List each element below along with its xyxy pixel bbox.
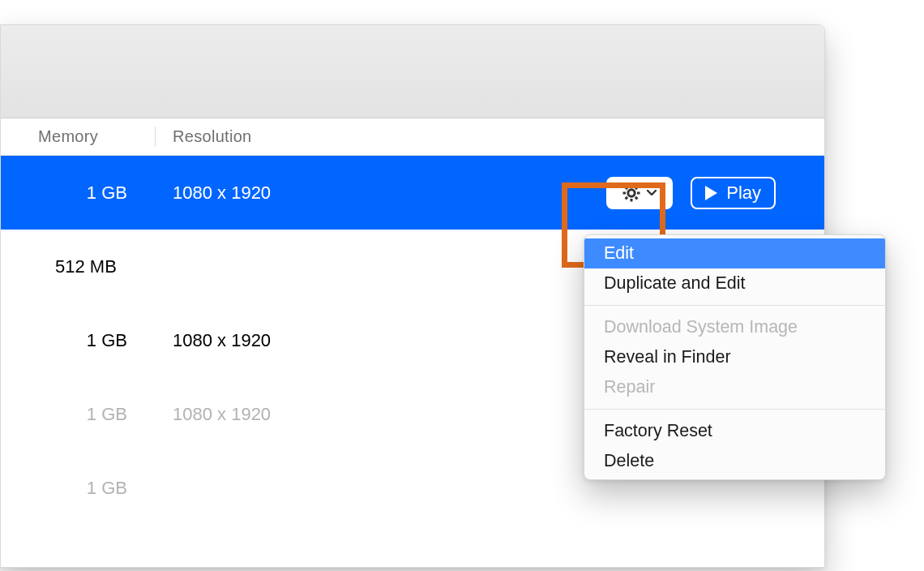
cell-memory: 1 GB bbox=[1, 330, 155, 351]
menu-separator bbox=[584, 305, 885, 306]
row-actions: Play bbox=[606, 177, 824, 209]
menu-item-label: Reveal in Finder bbox=[604, 347, 731, 367]
menu-item-factory-reset[interactable]: Factory Reset bbox=[584, 416, 885, 446]
chevron-down-icon bbox=[646, 189, 657, 197]
menu-item-repair: Repair bbox=[584, 372, 885, 402]
menu-item-reveal-in-finder[interactable]: Reveal in Finder bbox=[584, 342, 885, 372]
play-icon bbox=[704, 185, 718, 201]
play-button-label: Play bbox=[726, 182, 761, 204]
menu-item-label: Repair bbox=[604, 377, 655, 397]
menu-item-label: Download System Image bbox=[604, 317, 798, 337]
menu-item-label: Delete bbox=[604, 451, 654, 470]
menu-item-label: Edit bbox=[604, 243, 634, 263]
column-header-memory-label: Memory bbox=[38, 127, 98, 146]
menu-item-duplicate-and-edit[interactable]: Duplicate and Edit bbox=[584, 268, 885, 298]
column-header-resolution[interactable]: Resolution bbox=[155, 118, 325, 155]
column-header-memory[interactable]: Memory bbox=[1, 118, 155, 155]
window-toolbar bbox=[1, 25, 824, 118]
cell-resolution: 1080 x 1920 bbox=[155, 182, 333, 204]
cell-resolution: 1080 x 1920 bbox=[155, 330, 333, 351]
table-row[interactable]: 1 GB 1080 x 1920 bbox=[1, 156, 824, 230]
gear-icon bbox=[622, 183, 641, 203]
table-header: Memory Resolution bbox=[1, 118, 824, 156]
svg-line-7 bbox=[626, 196, 628, 199]
svg-point-0 bbox=[628, 189, 635, 195]
cell-memory: 512 MB bbox=[1, 256, 155, 277]
context-menu: Edit Duplicate and Edit Download System … bbox=[584, 234, 886, 480]
play-button[interactable]: Play bbox=[691, 177, 776, 209]
menu-item-label: Factory Reset bbox=[604, 421, 712, 440]
menu-item-edit[interactable]: Edit bbox=[584, 238, 885, 268]
cell-resolution: 1080 x 1920 bbox=[155, 404, 333, 425]
cell-memory: 1 GB bbox=[1, 478, 155, 499]
svg-line-6 bbox=[635, 196, 638, 199]
menu-item-label: Duplicate and Edit bbox=[604, 273, 746, 293]
menu-separator bbox=[584, 409, 885, 410]
settings-dropdown-button[interactable] bbox=[606, 177, 673, 209]
svg-marker-9 bbox=[705, 186, 717, 200]
menu-item-download-system-image: Download System Image bbox=[584, 312, 885, 342]
cell-memory: 1 GB bbox=[1, 182, 155, 204]
menu-item-delete[interactable]: Delete bbox=[584, 446, 885, 476]
svg-line-8 bbox=[635, 187, 638, 189]
cell-memory: 1 GB bbox=[1, 404, 155, 425]
svg-line-5 bbox=[626, 187, 628, 189]
column-header-resolution-label: Resolution bbox=[173, 127, 252, 146]
